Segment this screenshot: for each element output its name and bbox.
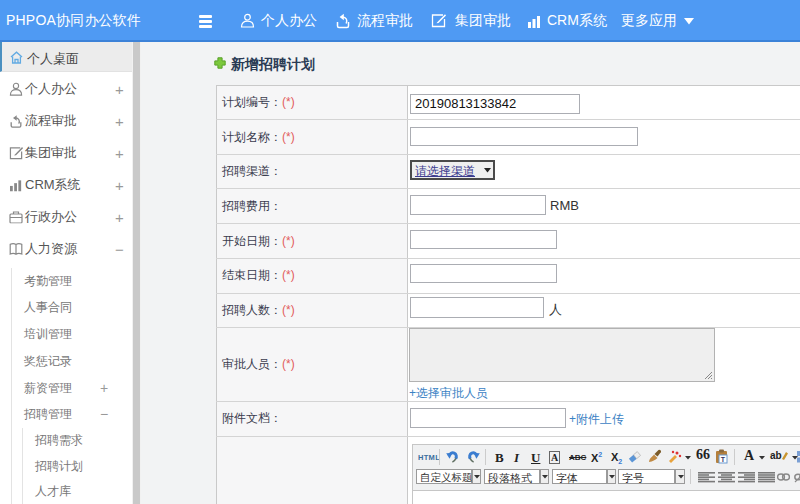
svg-text:T: T xyxy=(721,456,726,463)
